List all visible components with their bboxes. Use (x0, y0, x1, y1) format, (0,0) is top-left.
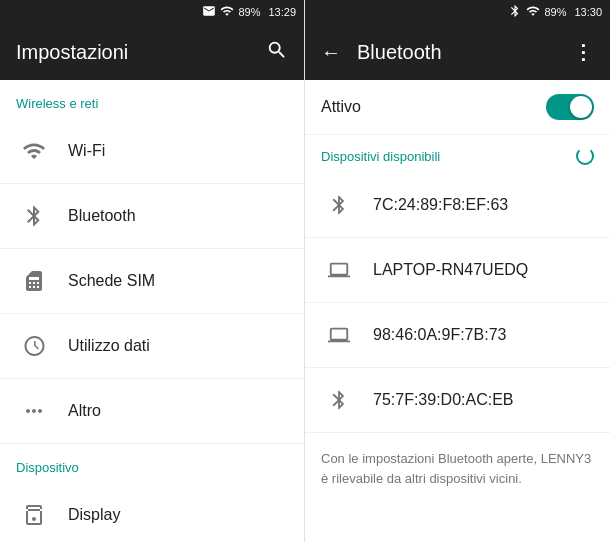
left-time: 13:29 (268, 6, 296, 18)
device-item-2[interactable]: LAPTOP-RN47UEDQ (305, 238, 610, 303)
search-icon[interactable] (266, 39, 288, 65)
sim-item[interactable]: Schede SIM (0, 249, 304, 314)
toggle-knob (570, 96, 592, 118)
device-item-3[interactable]: 98:46:0A:9F:7B:73 (305, 303, 610, 368)
left-signal-icon (220, 4, 234, 20)
sim-label: Schede SIM (68, 272, 155, 290)
altro-label: Altro (68, 402, 101, 420)
right-time: 13:30 (574, 6, 602, 18)
device-bluetooth-icon-4 (321, 382, 357, 418)
data-usage-label: Utilizzo dati (68, 337, 150, 355)
bluetooth-info: Con le impostazioni Bluetooth aperte, LE… (305, 433, 610, 504)
settings-header: Impostazioni (0, 24, 304, 80)
device-item-1[interactable]: 7C:24:89:F8:EF:63 (305, 173, 610, 238)
device-item-4[interactable]: 75:7F:39:D0:AC:EB (305, 368, 610, 433)
bluetooth-toggle[interactable] (546, 94, 594, 120)
loading-spinner (576, 147, 594, 165)
device-bluetooth-icon-1 (321, 187, 357, 223)
right-signal-icon (526, 4, 540, 20)
data-usage-icon (16, 328, 52, 364)
altro-icon (16, 393, 52, 429)
device-name-1: 7C:24:89:F8:EF:63 (373, 196, 508, 214)
wifi-item[interactable]: Wi-Fi (0, 119, 304, 184)
device-name-4: 75:7F:39:D0:AC:EB (373, 391, 514, 409)
altro-item[interactable]: Altro (0, 379, 304, 444)
bluetooth-title: Bluetooth (357, 41, 557, 64)
settings-list: Wireless e reti Wi-Fi Bluetooth Schede S… (0, 80, 304, 542)
data-usage-item[interactable]: Utilizzo dati (0, 314, 304, 379)
bluetooth-item[interactable]: Bluetooth (0, 184, 304, 249)
back-button[interactable]: ← (321, 41, 341, 64)
display-item[interactable]: Display (0, 483, 304, 542)
settings-panel: 89% 13:29 Impostazioni Wireless e reti W… (0, 0, 305, 542)
device-name-2: LAPTOP-RN47UEDQ (373, 261, 528, 279)
more-options-button[interactable]: ⋮ (573, 40, 594, 64)
settings-title: Impostazioni (16, 41, 128, 64)
wifi-label: Wi-Fi (68, 142, 105, 160)
sim-icon (16, 263, 52, 299)
devices-section-label: Dispositivi disponibili (305, 135, 610, 173)
right-battery-text: 89% (544, 6, 566, 18)
left-status-bar: 89% 13:29 (0, 0, 304, 24)
bluetooth-label: Bluetooth (68, 207, 136, 225)
devices-label-text: Dispositivi disponibili (321, 149, 440, 164)
display-icon (16, 497, 52, 533)
device-laptop-icon-2 (321, 252, 357, 288)
bluetooth-icon (16, 198, 52, 234)
wifi-icon (16, 133, 52, 169)
left-status-icons (202, 4, 216, 20)
right-bluetooth-icon (508, 4, 522, 20)
device-section-label: Dispositivo (0, 444, 304, 483)
attivo-row: Attivo (305, 80, 610, 135)
device-name-3: 98:46:0A:9F:7B:73 (373, 326, 506, 344)
display-label: Display (68, 506, 120, 524)
wireless-section-label: Wireless e reti (0, 80, 304, 119)
left-battery-text: 89% (238, 6, 260, 18)
bluetooth-content: Attivo Dispositivi disponibili 7C:24:89:… (305, 80, 610, 542)
device-laptop-icon-3 (321, 317, 357, 353)
attivo-label: Attivo (321, 98, 361, 116)
bluetooth-header: ← Bluetooth ⋮ (305, 24, 610, 80)
bluetooth-panel: 89% 13:30 ← Bluetooth ⋮ Attivo Dispositi… (305, 0, 610, 542)
right-status-bar: 89% 13:30 (305, 0, 610, 24)
